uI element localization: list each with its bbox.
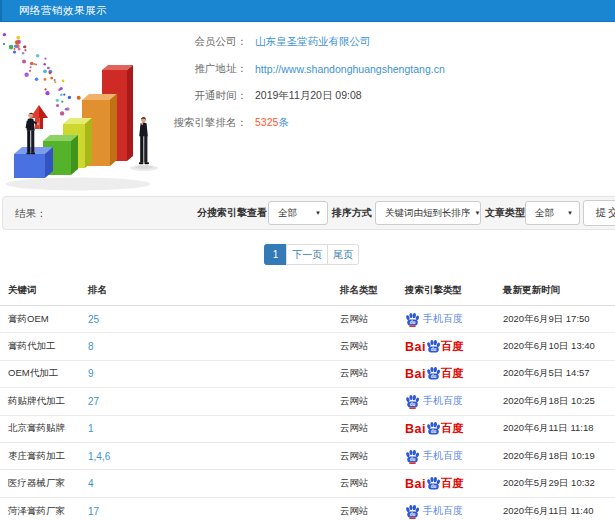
table-header-row: 关键词 排名 排名类型 搜索引擎类型 最新更新时间 (0, 276, 615, 306)
keyword-cell: 枣庄膏药加工 (0, 442, 80, 469)
svg-text:du: du (431, 484, 437, 489)
keyword-cell: 菏泽膏药厂家 (0, 497, 80, 520)
article-type-label: 文章类型 (485, 197, 525, 229)
rank-count-value: 5325条 (255, 116, 289, 130)
svg-text:du: du (410, 402, 416, 407)
company-link[interactable]: 山东皇圣堂药业有限公司 (255, 35, 371, 49)
table-row: 北京膏药贴牌 1 云网站 Bai du 百度 2020年6月11日 11:18 (0, 415, 615, 442)
filter-controls: 分搜索引擎查看 全部 ▼ 排序方式 关键词由短到长排序 ▼ 文章类型 全部 ▼ … (3, 197, 615, 229)
rank-link[interactable]: 4 (88, 478, 94, 489)
table-row: 膏药代加工 8 云网站 Bai du 百度 2020年6月10日 13:40 (0, 333, 615, 360)
mobile-baidu-logo: du 手机百度 (405, 504, 487, 519)
keyword-rank-table: 关键词 排名 排名类型 搜索引擎类型 最新更新时间 膏药OEM 25 云网站 d… (0, 276, 615, 520)
updated-cell: 2020年6月18日 10:19 (495, 442, 615, 469)
rank-link[interactable]: 27 (88, 396, 99, 407)
engine-type-cell: du 手机百度 (397, 388, 495, 415)
svg-text:du: du (431, 429, 437, 434)
rank-type-cell: 云网站 (332, 306, 397, 333)
page: 网络营销效果展示 (0, 0, 615, 520)
sort-select[interactable]: 关键词由短到长排序 ▼ (375, 201, 481, 225)
rank-count-unit: 条 (278, 116, 289, 128)
baidu-logo-cn: 百度 (441, 476, 463, 491)
sort-label: 排序方式 (332, 197, 372, 229)
rank-type-cell: 云网站 (332, 442, 397, 469)
baidu-logo: Bai du 百度 (405, 476, 487, 491)
ground-shadow (6, 178, 150, 191)
engine-filter-select[interactable]: 全部 ▼ (268, 201, 328, 225)
rank-link[interactable]: 17 (88, 506, 99, 517)
dropdown-arrow-icon: ▼ (567, 210, 573, 216)
engine-filter-label: 分搜索引擎查看 (197, 197, 267, 229)
rank-type-cell: 云网站 (332, 497, 397, 520)
engine-filter-value: 全部 (278, 207, 297, 220)
pagination: 1 下一页 尾页 (264, 244, 360, 265)
keyword-cell: 膏药OEM (0, 306, 80, 333)
svg-text:du: du (431, 347, 437, 352)
article-type-value: 全部 (535, 207, 554, 220)
submit-button[interactable]: 提交 (583, 200, 615, 226)
baidu-logo-cn: 百度 (441, 421, 463, 436)
promo-url-link[interactable]: http://www.shandonghuangshengtang.cn (255, 63, 445, 75)
open-time-value: 2019年11月20日 09:08 (255, 89, 362, 103)
pagination-wrap: 1 下一页 尾页 (0, 244, 615, 265)
rank-count-label: 搜索引擎排名： (0, 116, 247, 130)
promo-url-label: 推广地址： (0, 62, 247, 76)
title-bar: 网络营销效果展示 (0, 0, 615, 22)
keyword-cell: 北京膏药贴牌 (0, 415, 80, 442)
rank-type-cell: 云网站 (332, 388, 397, 415)
info-row-company: 会员公司： 山东皇圣堂药业有限公司 (0, 28, 615, 55)
header-engine-type: 搜索引擎类型 (397, 276, 495, 306)
table-row: OEM代加工 9 云网站 Bai du 百度 2020年6月5日 14:57 (0, 360, 615, 387)
rank-cell: 8 (80, 333, 332, 360)
engine-type-cell: du 手机百度 (397, 306, 495, 333)
baidu-paw-icon: du (405, 449, 420, 464)
info-row-url: 推广地址： http://www.shandonghuangshengtang.… (0, 55, 615, 82)
rank-link[interactable]: 8 (88, 341, 94, 352)
svg-text:du: du (431, 375, 437, 380)
updated-cell: 2020年6月9日 17:50 (495, 306, 615, 333)
company-label: 会员公司： (0, 35, 247, 49)
updated-cell: 2020年6月11日 11:18 (495, 415, 615, 442)
baidu-paw-icon: du (405, 504, 420, 519)
rank-link[interactable]: 1,4,6 (88, 451, 110, 462)
table-row: 膏药OEM 25 云网站 du 手机百度 2020年6月9日 17:50 (0, 306, 615, 333)
last-page-button[interactable]: 尾页 (327, 244, 359, 265)
baidu-logo: Bai du 百度 (405, 366, 487, 381)
header-rank: 排名 (80, 276, 332, 306)
mobile-baidu-label: 手机百度 (423, 504, 463, 518)
article-type-select[interactable]: 全部 ▼ (525, 201, 580, 225)
mobile-baidu-label: 手机百度 (423, 449, 463, 463)
updated-cell: 2020年6月18日 10:25 (495, 388, 615, 415)
info-row-open-time: 开通时间： 2019年11月20日 09:08 (0, 82, 615, 109)
info-row-rank-count: 搜索引擎排名： 5325条 (0, 109, 615, 136)
baidu-logo: Bai du 百度 (405, 339, 487, 354)
rank-link[interactable]: 1 (88, 423, 94, 434)
engine-type-cell: Bai du 百度 (397, 415, 495, 442)
engine-type-cell: du 手机百度 (397, 497, 495, 520)
member-info: 会员公司： 山东皇圣堂药业有限公司 推广地址： http://www.shand… (0, 28, 615, 136)
baidu-paw-icon: du (426, 421, 441, 436)
table-row: 医疗器械厂家 4 云网站 Bai du 百度 2020年5月29日 10:32 (0, 470, 615, 497)
baidu-paw-icon: du (405, 312, 420, 327)
page-1-button[interactable]: 1 (264, 244, 288, 265)
engine-type-cell: Bai du 百度 (397, 360, 495, 387)
rank-link[interactable]: 9 (88, 368, 94, 379)
table-row: 枣庄膏药加工 1,4,6 云网站 du 手机百度 2020年6月18日 10:1… (0, 442, 615, 469)
baidu-logo-latin: Bai (405, 477, 426, 491)
rank-cell: 27 (80, 388, 332, 415)
next-page-button[interactable]: 下一页 (286, 244, 328, 265)
rank-link[interactable]: 25 (88, 314, 99, 325)
svg-text:du: du (410, 320, 416, 325)
baidu-paw-icon: du (426, 366, 441, 381)
baidu-logo: Bai du 百度 (405, 421, 487, 436)
baidu-paw-icon: du (426, 339, 441, 354)
header-updated: 最新更新时间 (495, 276, 615, 306)
rank-type-cell: 云网站 (332, 470, 397, 497)
baidu-logo-cn: 百度 (441, 366, 463, 381)
baidu-logo-latin: Bai (405, 422, 426, 436)
baidu-logo-latin: Bai (405, 367, 426, 381)
rank-type-cell: 云网站 (332, 360, 397, 387)
baidu-paw-icon: du (426, 476, 441, 491)
engine-type-cell: Bai du 百度 (397, 333, 495, 360)
rank-type-cell: 云网站 (332, 415, 397, 442)
